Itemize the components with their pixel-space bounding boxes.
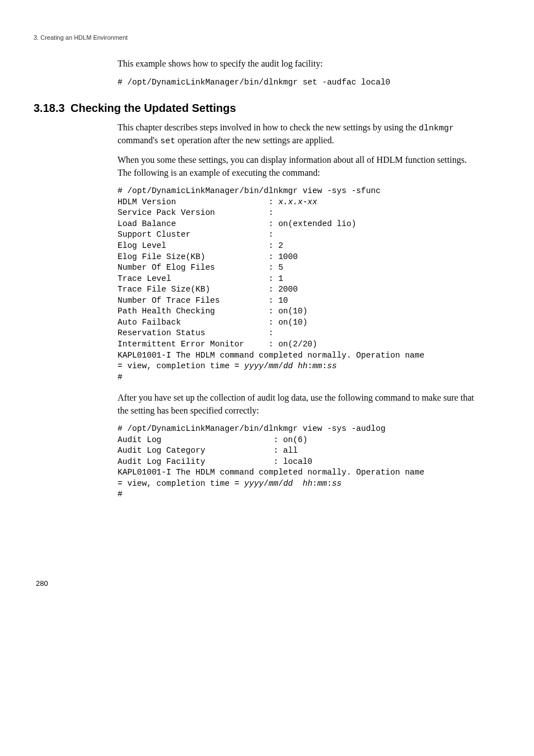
text: This chapter describes steps involved in… — [118, 123, 419, 132]
code-line: Auto Failback : on(10) — [118, 318, 307, 327]
inline-code: set — [160, 137, 175, 146]
code-line: Trace Level : 1 — [118, 274, 283, 283]
section-number: 3.18.3 — [34, 100, 71, 116]
code-italic: x.x.x-xx — [278, 198, 317, 206]
code-line: # /opt/DynamicLinkManager/bin/dlnkmgr vi… — [118, 186, 381, 195]
code-line: # — [118, 373, 123, 382]
code-line: / — [264, 361, 269, 370]
code-line: Service Pack Version : — [118, 208, 278, 217]
code-line: = view, completion time = — [118, 479, 244, 488]
code-italic: mm — [312, 361, 322, 370]
code-set-example: # /opt/DynamicLinkManager/bin/dlnkmgr se… — [118, 77, 478, 88]
code-line: Audit Log Facility : local0 — [118, 457, 312, 466]
code-line: = view, completion time = — [118, 361, 244, 370]
code-line: Load Balance : on(extended lio) — [118, 219, 356, 228]
code-line: Audit Log : on(6) — [118, 435, 307, 444]
code-line: Trace File Size(KB) : 2000 — [118, 285, 298, 294]
intro-para: This example shows how to specify the au… — [118, 58, 478, 70]
code-line: # /opt/DynamicLinkManager/bin/dlnkmgr vi… — [118, 424, 386, 433]
code-line: HDLM Version : — [118, 198, 278, 206]
code-line: / — [278, 479, 283, 488]
code-view-sfunc: # /opt/DynamicLinkManager/bin/dlnkmgr vi… — [118, 186, 478, 383]
running-head: 3. Creating an HDLM Environment — [34, 34, 500, 42]
section-heading: 3.18.3Checking the Updated Settings — [34, 100, 500, 116]
code-line: / — [278, 361, 283, 370]
page-number: 280 — [36, 579, 500, 589]
code-line: : — [312, 479, 317, 488]
code-line: : — [322, 361, 327, 370]
code-line: Audit Log Category : all — [118, 446, 298, 455]
code-view-audlog: # /opt/DynamicLinkManager/bin/dlnkmgr vi… — [118, 424, 478, 500]
code-line: : — [327, 479, 332, 488]
code-italic: mm — [269, 361, 278, 370]
section-title: Checking the Updated Settings — [71, 102, 236, 114]
code-line: Support Cluster : — [118, 230, 278, 239]
code-italic: yyyy — [244, 479, 264, 488]
code-line: / — [264, 479, 269, 488]
code-italic: ss — [332, 479, 341, 488]
code-line: Elog Level : 2 — [118, 241, 283, 250]
text: command's — [118, 135, 160, 145]
code-line: KAPL01001-I The HDLM command completed n… — [118, 351, 429, 360]
code-line: Number Of Trace Files : 10 — [118, 296, 288, 305]
section-para2: When you some these settings, you can di… — [118, 154, 478, 179]
code-line: : — [307, 361, 312, 370]
code-line: KAPL01001-I The HDLM command completed n… — [118, 468, 429, 477]
code-italic: dd hh — [283, 479, 312, 488]
text: operation after the new settings are app… — [175, 135, 334, 145]
section-para3: After you have set up the collection of … — [118, 392, 478, 417]
code-line: Elog File Size(KB) : 1000 — [118, 252, 298, 261]
code-italic: mm — [317, 479, 327, 488]
code-line: Number Of Elog Files : 5 — [118, 263, 283, 272]
inline-code: dlnkmgr — [419, 124, 454, 133]
code-italic: mm — [269, 479, 278, 488]
code-italic: ss — [327, 361, 336, 370]
code-line: Intermittent Error Monitor : on(2/20) — [118, 340, 317, 349]
code-italic: dd hh — [283, 361, 308, 370]
code-line: Reservation Status : — [118, 328, 278, 337]
code-line: # — [118, 490, 123, 499]
section-para1: This chapter describes steps involved in… — [118, 121, 478, 147]
code-line: Path Health Checking : on(10) — [118, 307, 307, 316]
code-italic: yyyy — [244, 361, 264, 370]
